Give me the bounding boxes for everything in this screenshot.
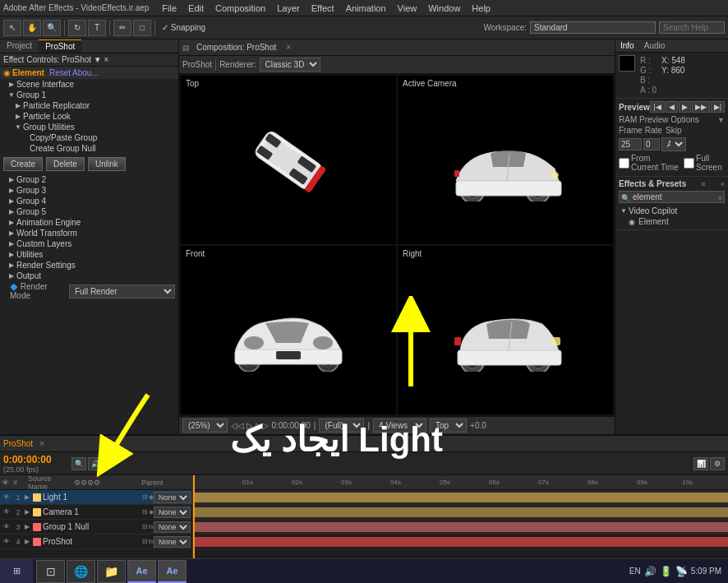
- layer-1-icon-1[interactable]: ⊟: [142, 493, 148, 501]
- tree-item-render-settings[interactable]: ▶ Render Settings: [0, 260, 178, 271]
- resolution-dropdown[interactable]: Auto: [661, 137, 686, 151]
- track-4[interactable]: [193, 534, 728, 549]
- reset-button[interactable]: Reset: [49, 68, 71, 77]
- tree-item-group4[interactable]: ▶ Group 4: [0, 196, 178, 206]
- zoom-dropdown[interactable]: (25%): [182, 419, 228, 433]
- track-2[interactable]: [193, 505, 728, 520]
- effects-close[interactable]: ×: [721, 180, 725, 188]
- effect-video-copilot[interactable]: ▼ Video Copilot: [619, 206, 725, 216]
- skip-input[interactable]: [643, 138, 660, 150]
- unlink-button[interactable]: Unlink: [88, 157, 126, 171]
- tab-project[interactable]: Project: [0, 39, 39, 53]
- search-help-input[interactable]: [659, 21, 725, 34]
- layer-3-vis[interactable]: 👁: [2, 523, 12, 530]
- layer-4-vis[interactable]: 👁: [2, 538, 12, 545]
- track-3[interactable]: [193, 520, 728, 534]
- tool-text[interactable]: T: [88, 20, 106, 36]
- view-select-dropdown[interactable]: Top: [430, 419, 467, 433]
- tool-rotate[interactable]: ↻: [68, 20, 86, 36]
- preview-play[interactable]: ▶: [679, 101, 691, 113]
- tree-item-copy-paste[interactable]: Copy/Paste Group: [0, 132, 178, 143]
- menu-help[interactable]: Help: [467, 3, 495, 13]
- taskbar-app-1[interactable]: ⊡: [36, 560, 65, 583]
- composition-tab-close[interactable]: ×: [286, 43, 291, 52]
- timeline-ruler[interactable]: 01s 02s 03s 04s 05s 06s 07s 08s 09s 10s: [193, 475, 728, 490]
- tl-mute-btn[interactable]: 🔊: [88, 457, 103, 470]
- layer-row-4[interactable]: 👁 4 ▶ ProShot ⊟ fx None: [0, 534, 192, 549]
- tree-item-utilities[interactable]: ▶ Utilities: [0, 249, 178, 260]
- tl-graph-btn[interactable]: 📊: [693, 457, 708, 470]
- tool-shape[interactable]: □: [133, 20, 151, 36]
- tree-item-world-transform[interactable]: ▶ World Transform: [0, 228, 178, 238]
- effects-options[interactable]: ≡: [701, 180, 705, 188]
- menu-effect[interactable]: Effect: [306, 3, 339, 13]
- layer-1-expand[interactable]: ▶: [25, 493, 33, 501]
- snapping-checkbox[interactable]: ✓ Snapping: [162, 23, 205, 32]
- tree-item-particle-look[interactable]: ▶ Particle Look: [0, 111, 178, 122]
- tab-info[interactable]: Info: [615, 39, 639, 52]
- timeline-timecode[interactable]: 0:00:00:00: [3, 454, 65, 465]
- tree-item-group3[interactable]: ▶ Group 3: [0, 185, 178, 196]
- frame-rate-input[interactable]: [619, 138, 642, 150]
- tree-item-particle-rep[interactable]: ▶ Particle Replicator: [0, 100, 178, 111]
- viewport-front[interactable]: Front: [181, 246, 396, 414]
- layer-3-expand[interactable]: ▶: [25, 523, 33, 530]
- tree-item-group1[interactable]: ▼ Group 1: [0, 90, 178, 100]
- layer-4-expand[interactable]: ▶: [25, 538, 33, 545]
- views-dropdown[interactable]: 4 Views: [373, 419, 426, 433]
- tl-search-btn[interactable]: 🔍: [71, 457, 86, 470]
- layer-1-vis[interactable]: 👁: [2, 493, 12, 501]
- layer-2-icon-1[interactable]: ⊟: [142, 508, 148, 516]
- layer-3-icon-1[interactable]: ⊟: [142, 523, 148, 530]
- layer-1-parent[interactable]: None: [154, 492, 191, 503]
- renderer-dropdown[interactable]: Classic 3D: [260, 58, 320, 72]
- tool-select[interactable]: ↖: [3, 20, 21, 36]
- effects-search-input[interactable]: [619, 191, 725, 203]
- quality-dropdown[interactable]: (Full): [319, 419, 364, 433]
- full-screen-checkbox[interactable]: [684, 158, 694, 169]
- menu-edit[interactable]: Edit: [183, 3, 209, 13]
- menu-animation[interactable]: Animation: [341, 3, 391, 13]
- tree-item-group2[interactable]: ▶ Group 2: [0, 174, 178, 185]
- effects-search-clear[interactable]: ×: [718, 194, 722, 202]
- tree-item-output[interactable]: ▶ Output: [0, 271, 178, 281]
- tree-item-scene-interface[interactable]: ▶ Scene Interface: [0, 79, 178, 90]
- tab-proshot[interactable]: ProShot: [39, 39, 81, 53]
- tool-pen[interactable]: ✏: [113, 20, 131, 36]
- from-current-time-checkbox[interactable]: [619, 158, 629, 169]
- timeline-tab-label[interactable]: ProShot: [3, 439, 33, 448]
- viewport-top[interactable]: Top: [181, 76, 396, 244]
- preview-back[interactable]: ◀: [666, 101, 678, 113]
- taskbar-app-ae2[interactable]: Ae: [158, 560, 187, 583]
- taskbar-app-browser[interactable]: 🌐: [67, 560, 95, 583]
- tool-zoom[interactable]: 🔍: [43, 20, 61, 36]
- layer-row-2[interactable]: 👁 2 ▶ Camera 1 ⊟ ◈ None: [0, 505, 192, 520]
- delete-button[interactable]: Delete: [46, 157, 85, 171]
- create-button[interactable]: Create: [3, 157, 43, 171]
- tree-item-group-utilities[interactable]: ▼ Group Utilities: [0, 122, 178, 132]
- tree-item-group5[interactable]: ▶ Group 5: [0, 206, 178, 217]
- menu-window[interactable]: Window: [423, 3, 465, 13]
- tree-item-animation-engine[interactable]: ▶ Animation Engine: [0, 217, 178, 228]
- taskbar-app-explorer[interactable]: 📁: [97, 560, 126, 583]
- layer-4-parent[interactable]: None: [154, 536, 191, 548]
- tree-item-custom-layers[interactable]: ▶ Custom Layers: [0, 238, 178, 249]
- about-button[interactable]: Abou...: [72, 68, 99, 77]
- layer-3-parent[interactable]: None: [154, 521, 191, 533]
- menu-file[interactable]: File: [157, 3, 182, 13]
- taskbar-app-ae[interactable]: Ae: [127, 560, 156, 583]
- start-button[interactable]: ⊞: [0, 559, 33, 584]
- layer-2-parent[interactable]: None: [154, 507, 191, 518]
- menu-composition[interactable]: Composition: [210, 3, 270, 13]
- tl-settings-btn[interactable]: ⚙: [710, 457, 725, 470]
- timeline-tab-close[interactable]: ×: [39, 439, 44, 448]
- menu-layer[interactable]: Layer: [272, 3, 305, 13]
- track-1[interactable]: [193, 490, 728, 505]
- menu-view[interactable]: View: [393, 3, 422, 13]
- viewport-active-camera[interactable]: Active Camera: [398, 76, 613, 244]
- preview-skip-forward[interactable]: ▶|: [711, 101, 725, 113]
- layer-4-icon-1[interactable]: ⊟: [142, 538, 148, 545]
- layer-2-expand[interactable]: ▶: [25, 508, 33, 516]
- render-mode-dropdown[interactable]: Full Render: [69, 285, 175, 298]
- layer-row-3[interactable]: 👁 3 ▶ Group 1 Null ⊟ fx None: [0, 520, 192, 534]
